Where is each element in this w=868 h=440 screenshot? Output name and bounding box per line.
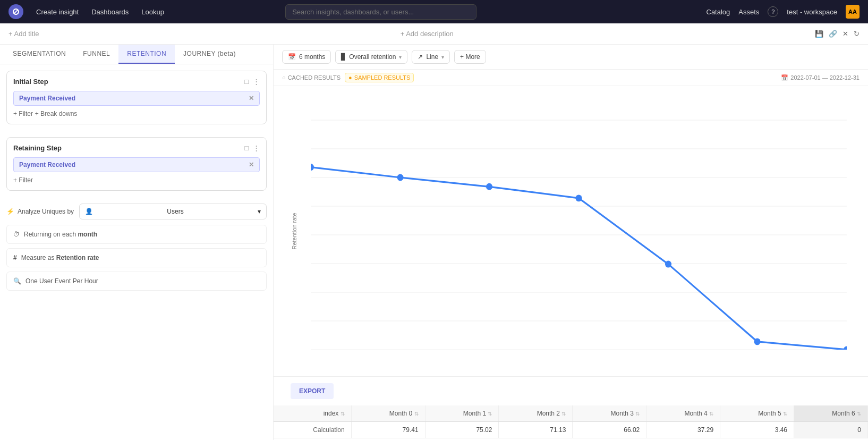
- measure-text: Measure as Retention rate: [21, 254, 99, 261]
- save-icon[interactable]: 💾: [815, 30, 823, 38]
- right-panel: 📅 6 months ▊ Overall retention ▾ ↗ Line …: [274, 45, 868, 440]
- event-row[interactable]: 🔍 One User Event Per Hour: [6, 272, 267, 291]
- logo[interactable]: [8, 4, 23, 19]
- y-axis-label: Retention rate: [291, 213, 297, 249]
- chevron-down-icon: ▾: [258, 208, 261, 215]
- initial-event-label: Payment Received: [19, 95, 75, 102]
- bar-icon: ▊: [341, 53, 346, 61]
- col-header-month5[interactable]: Month 5 ⇅: [720, 405, 794, 422]
- nav-dashboards[interactable]: Dashboards: [91, 8, 129, 16]
- retaining-step-add-icon[interactable]: □: [244, 144, 249, 152]
- svg-point-24: [844, 346, 847, 350]
- initial-filter-link[interactable]: + Filter: [13, 110, 33, 117]
- analyze-label: ⚡ Analyze Uniques by: [6, 208, 74, 215]
- row-month5: 3.46: [720, 422, 794, 438]
- metric-button[interactable]: ▊ Overall retention ▾: [335, 50, 407, 64]
- period-button[interactable]: 📅 6 months: [282, 50, 331, 64]
- nav-create-insight[interactable]: Create insight: [36, 8, 79, 16]
- nav-catalog[interactable]: Catalog: [707, 8, 730, 16]
- chart-type-chevron: ▾: [441, 54, 444, 60]
- period-label: 6 months: [299, 53, 325, 61]
- subtitle-bar: + Add title + Add description 💾 🔗 ✕ ↻: [0, 23, 868, 45]
- search-icon: 🔍: [13, 277, 21, 285]
- add-description-button[interactable]: + Add description: [401, 30, 454, 38]
- returning-row[interactable]: ⏱ Returning on each month: [6, 225, 267, 244]
- more-button[interactable]: + More: [454, 50, 486, 64]
- link-icon[interactable]: 🔗: [829, 30, 837, 38]
- sort-icon: ⇅: [783, 411, 787, 417]
- search-input[interactable]: [285, 4, 476, 20]
- nav-assets[interactable]: Assets: [738, 8, 759, 16]
- row-month6: 0: [794, 422, 868, 438]
- nav-lookup[interactable]: Lookup: [141, 8, 164, 16]
- data-table-area: EXPORT index ⇅ Month 0 ⇅ Month: [274, 376, 868, 440]
- svg-point-20: [486, 183, 492, 190]
- initial-step-header: Initial Step □ ⋮: [13, 78, 260, 86]
- workspace-label: test - workspace: [787, 8, 837, 16]
- svg-point-19: [397, 174, 403, 181]
- chart-type-label: Line: [426, 53, 438, 61]
- analyze-select[interactable]: 👤 Users ▾: [79, 204, 267, 219]
- user-avatar[interactable]: AA: [846, 5, 860, 19]
- measure-row[interactable]: # Measure as Retention rate: [6, 248, 267, 267]
- initial-step-actions: □ ⋮: [244, 78, 260, 86]
- initial-breakdown-link[interactable]: + Break downs: [35, 110, 78, 117]
- refresh-icon[interactable]: ↻: [854, 30, 860, 38]
- sort-icon: ⇅: [488, 411, 492, 417]
- returning-text: Returning on each month: [24, 231, 97, 238]
- date-range-text: 2022-07-01 — 2022-12-31: [790, 74, 860, 81]
- add-title-button[interactable]: + Add title: [8, 30, 39, 38]
- initial-step-add-icon[interactable]: □: [244, 78, 249, 86]
- cached-badge: ○ CACHED RESULTS: [282, 74, 341, 81]
- retaining-step-title: Retaining Step: [13, 144, 62, 152]
- col-header-month2[interactable]: Month 2 ⇅: [499, 405, 573, 422]
- svg-point-21: [575, 194, 582, 201]
- col-header-month1[interactable]: Month 1 ⇅: [425, 405, 499, 422]
- sort-icon: ⇅: [635, 411, 640, 417]
- hash-icon: #: [13, 254, 17, 261]
- retaining-step-event[interactable]: Payment Received ✕: [13, 157, 260, 172]
- retention-table: index ⇅ Month 0 ⇅ Month 1 ⇅ Month 2: [274, 405, 868, 438]
- sort-icon: ⇅: [857, 411, 861, 417]
- col-header-month6[interactable]: Month 6 ⇅: [794, 405, 868, 422]
- retaining-step-header: Retaining Step □ ⋮: [13, 144, 260, 152]
- metric-chevron: ▾: [399, 54, 402, 60]
- date-range: 📅 2022-07-01 — 2022-12-31: [781, 74, 860, 81]
- line-icon: ↗: [418, 53, 423, 61]
- row-index: Calculation: [274, 422, 351, 438]
- measure-bold: Retention rate: [56, 254, 99, 261]
- export-button[interactable]: EXPORT: [291, 383, 334, 399]
- analyze-icon: ⚡: [6, 208, 14, 215]
- col-header-month3[interactable]: Month 3 ⇅: [573, 405, 646, 422]
- tab-journey[interactable]: JOURNEY (beta): [175, 45, 244, 64]
- metric-label: Overall retention: [349, 53, 396, 61]
- initial-step-event[interactable]: Payment Received ✕: [13, 91, 260, 106]
- close-icon[interactable]: ✕: [843, 30, 848, 38]
- tab-retention[interactable]: RETENTION: [118, 45, 175, 64]
- clock-icon: ⏱: [13, 231, 20, 238]
- initial-event-close[interactable]: ✕: [249, 95, 254, 102]
- sampled-badge: ● SAMPLED RESULTS: [345, 73, 414, 82]
- help-icon[interactable]: ?: [768, 6, 778, 17]
- chart-area: Retention rate 80% 70% 60% 50% 40% 30: [274, 86, 868, 376]
- chart-type-button[interactable]: ↗ Line ▾: [412, 50, 450, 64]
- tab-funnel[interactable]: FUNNEL: [74, 45, 118, 64]
- analyze-row: ⚡ Analyze Uniques by 👤 Users ▾: [6, 204, 267, 219]
- retaining-filter-link[interactable]: + Filter: [13, 176, 33, 184]
- tab-segmentation[interactable]: SEGMENTATION: [4, 45, 74, 64]
- sort-icon: ⇅: [341, 411, 345, 417]
- row-month4: 37.29: [646, 422, 720, 438]
- retaining-step-more-icon[interactable]: ⋮: [253, 144, 260, 152]
- retaining-event-close[interactable]: ✕: [249, 161, 254, 168]
- analysis-tabs: SEGMENTATION FUNNEL RETENTION JOURNEY (b…: [0, 45, 273, 64]
- col-header-month4[interactable]: Month 4 ⇅: [646, 405, 720, 422]
- main-layout: SEGMENTATION FUNNEL RETENTION JOURNEY (b…: [0, 45, 868, 440]
- analyze-section: ⚡ Analyze Uniques by 👤 Users ▾: [0, 197, 273, 225]
- col-header-month0[interactable]: Month 0 ⇅: [351, 405, 425, 422]
- svg-point-23: [754, 338, 760, 345]
- initial-step-more-icon[interactable]: ⋮: [253, 78, 260, 86]
- col-header-index[interactable]: index ⇅: [274, 405, 351, 422]
- results-bar: ○ CACHED RESULTS ● SAMPLED RESULTS 📅 202…: [274, 70, 868, 86]
- svg-point-18: [311, 164, 314, 171]
- table-header-row: index ⇅ Month 0 ⇅ Month 1 ⇅ Month 2: [274, 405, 868, 422]
